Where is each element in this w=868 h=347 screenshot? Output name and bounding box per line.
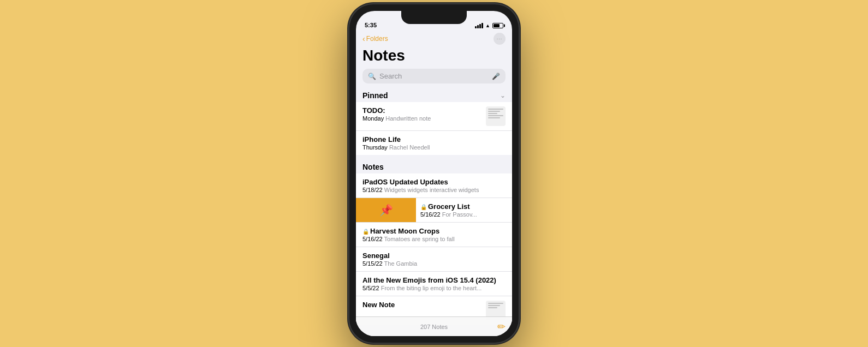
note-content: 🔒Harvest Moon Crops 5/16/22 Tomatoes are… [362, 227, 506, 242]
notes-section-header: Notes [356, 159, 512, 174]
back-left[interactable]: ‹ Folders [362, 34, 388, 43]
phone-frame: 5:35 ▲ [349, 4, 519, 343]
battery-icon [492, 23, 503, 28]
note-date: Thursday [362, 144, 388, 151]
pinned-list: TODO: Monday Handwritten note [356, 102, 512, 155]
thumb-line [488, 117, 500, 118]
list-item[interactable]: All the New Emojis from iOS 15.4 (2022) … [356, 272, 512, 296]
page-title: Notes [356, 47, 512, 69]
thumb-line [488, 305, 500, 306]
note-preview: From the biting lip emoji to the heart..… [381, 285, 482, 291]
signal-bars [475, 23, 483, 28]
signal-bar-2 [477, 25, 479, 28]
nav-bar: ‹ Folders ··· [356, 31, 512, 47]
note-content: TODO: Monday Handwritten note [362, 106, 481, 122]
note-preview: Widgets widgets interactive widgets [384, 187, 479, 193]
thumb-line [488, 307, 497, 308]
list-item[interactable]: iPadOS Updated Updates 5/18/22 Widgets w… [356, 174, 512, 198]
note-subtitle: Thursday Rachel Needell [362, 144, 506, 151]
status-icons: ▲ [475, 23, 503, 28]
note-content: iPadOS Updated Updates 5/18/22 Widgets w… [362, 178, 506, 193]
signal-bar-1 [475, 26, 477, 28]
mic-icon[interactable]: 🎤 [492, 73, 500, 80]
note-subtitle: 5/18/22 Widgets widgets interactive widg… [362, 187, 506, 193]
note-content: Senegal 5/15/22 The Gambia [362, 252, 506, 267]
note-title: TODO: [362, 106, 481, 115]
thumb-line [488, 111, 500, 112]
note-preview: Rachel Needell [389, 144, 430, 151]
list-item[interactable]: 📌 🔒Grocery List 5/16/22 For Passov... [356, 198, 512, 223]
swipe-pin-action[interactable]: 📌 [356, 198, 416, 222]
note-date: 5/15/22 [362, 260, 383, 267]
thumb-line [488, 109, 503, 110]
compose-button[interactable]: ✏ [497, 321, 506, 333]
note-content: New Note [362, 301, 481, 309]
notes-title: Notes [362, 163, 384, 171]
search-bar[interactable]: 🔍 Search 🎤 [362, 69, 506, 83]
note-subtitle: 5/16/22 For Passov... [420, 211, 506, 218]
wifi-icon: ▲ [485, 23, 490, 28]
phone-wrapper: 5:35 ▲ [349, 4, 519, 343]
notes-list: iPadOS Updated Updates 5/18/22 Widgets w… [356, 174, 512, 325]
list-item[interactable]: TODO: Monday Handwritten note [356, 102, 512, 131]
pinned-section-header: Pinned ⌄ [356, 88, 512, 102]
note-title: All the New Emojis from iOS 15.4 (2022) [362, 276, 506, 284]
note-preview: Handwritten note [385, 115, 431, 122]
back-label[interactable]: Folders [366, 35, 388, 43]
note-title: 🔒Grocery List [420, 202, 506, 211]
search-icon: 🔍 [368, 73, 376, 80]
thumb-line [488, 113, 497, 114]
section-divider [356, 155, 512, 159]
note-title: iPhone Life [362, 135, 506, 143]
note-date: Monday [362, 115, 384, 122]
list-item[interactable]: iPhone Life Thursday Rachel Needell [356, 131, 512, 155]
pinned-title: Pinned [362, 91, 388, 100]
note-content: All the New Emojis from iOS 15.4 (2022) … [362, 276, 506, 291]
list-item[interactable]: 🔒Harvest Moon Crops 5/16/22 Tomatoes are… [356, 223, 512, 247]
back-chevron-icon: ‹ [362, 34, 365, 43]
pin-icon: 📌 [379, 204, 393, 217]
note-title: iPadOS Updated Updates [362, 178, 506, 186]
bottom-bar: 207 Notes ✏ [356, 316, 512, 336]
note-content: iPhone Life Thursday Rachel Needell [362, 135, 506, 151]
note-date: 5/18/22 [362, 187, 383, 193]
list-item[interactable]: Senegal 5/15/22 The Gambia [356, 247, 512, 272]
thumbnail-lines [486, 106, 506, 126]
note-title: Senegal [362, 252, 506, 260]
more-button[interactable]: ··· [494, 33, 506, 45]
note-title: 🔒Harvest Moon Crops [362, 227, 506, 235]
thumb-line [488, 115, 503, 116]
note-date: 5/16/22 [420, 211, 441, 218]
note-title: New Note [362, 301, 481, 309]
phone-screen: 5:35 ▲ [356, 11, 512, 336]
note-date: 5/5/22 [362, 285, 379, 291]
note-preview: The Gambia [384, 260, 418, 267]
note-date: 5/16/22 [362, 236, 383, 242]
back-link: ‹ Folders ··· [362, 33, 506, 45]
note-preview: For Passov... [442, 211, 477, 218]
status-time: 5:35 [365, 22, 377, 28]
note-subtitle: 5/15/22 The Gambia [362, 260, 506, 267]
notes-count: 207 Notes [420, 324, 448, 330]
pinned-chevron-icon[interactable]: ⌄ [500, 92, 506, 99]
note-subtitle: 5/16/22 Tomatoes are spring to fall [362, 236, 506, 242]
screen-content: ‹ Folders ··· Notes 🔍 Search 🎤 [356, 31, 512, 336]
note-subtitle: Monday Handwritten note [362, 115, 481, 122]
more-icon: ··· [497, 36, 503, 41]
lock-icon: 🔒 [420, 204, 427, 210]
note-thumbnail [486, 106, 506, 126]
signal-bar-4 [481, 23, 483, 28]
thumb-line [488, 303, 503, 304]
note-subtitle: 5/5/22 From the biting lip emoji to the … [362, 285, 506, 291]
battery-fill [494, 24, 500, 27]
search-input[interactable]: Search [379, 72, 489, 80]
signal-bar-3 [479, 24, 481, 28]
lock-icon: 🔒 [362, 229, 369, 235]
notch [401, 11, 467, 24]
note-preview: Tomatoes are spring to fall [384, 236, 455, 242]
